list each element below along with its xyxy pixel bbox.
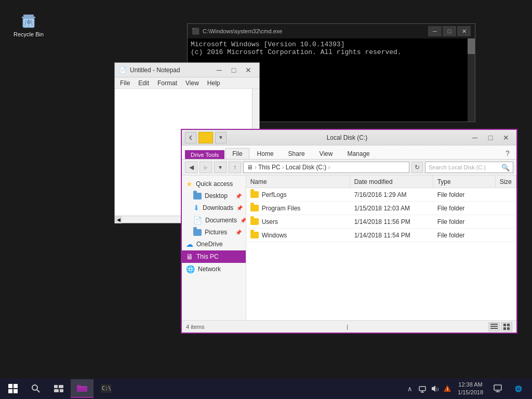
svg-rect-12 bbox=[503, 327, 506, 330]
task-view-button[interactable] bbox=[48, 379, 70, 398]
table-row[interactable]: Windows 1/14/2018 11:54 PM File folder bbox=[246, 229, 516, 242]
notepad-menu-help[interactable]: Help bbox=[205, 78, 222, 88]
column-size[interactable]: Size bbox=[496, 176, 516, 188]
tray-clock[interactable]: 12:38 AM 1/15/2018 bbox=[455, 381, 486, 397]
sidebar-item-pictures[interactable]: Pictures 📌 bbox=[182, 227, 246, 238]
svg-rect-11 bbox=[507, 324, 510, 326]
svg-point-14 bbox=[32, 385, 37, 390]
cmd-maximize-button[interactable]: □ bbox=[443, 26, 456, 36]
explorer-sidebar: ★ Quick access Desktop 📌 ⬇ Downloads 📌 📄… bbox=[182, 176, 246, 320]
sidebar-item-network[interactable]: 🌐 Network bbox=[182, 263, 246, 275]
sidebar-item-desktop[interactable]: Desktop 📌 bbox=[182, 190, 246, 202]
tray-network-icon[interactable] bbox=[417, 379, 428, 398]
tray-language-label: 🌐 bbox=[515, 385, 522, 392]
start-button[interactable] bbox=[2, 379, 24, 398]
tray-action-center-button[interactable] bbox=[488, 379, 507, 398]
addr-this-pc[interactable]: This PC bbox=[258, 164, 281, 171]
notepad-menubar: File Edit Format View Help bbox=[115, 77, 259, 89]
tiles-view-button[interactable] bbox=[501, 322, 512, 331]
windows-logo-icon bbox=[8, 384, 18, 393]
ribbon-help-button[interactable]: ? bbox=[502, 148, 513, 159]
notepad-hscroll-left-button[interactable]: ◀ bbox=[115, 216, 122, 223]
file-date-cell: 1/14/2018 11:56 PM bbox=[350, 215, 433, 228]
explorer-qs-arrow-btn[interactable]: ▼ bbox=[215, 132, 227, 143]
up-button[interactable]: ↑ bbox=[229, 162, 241, 173]
tray-show-hidden-button[interactable]: ∧ bbox=[405, 379, 415, 398]
explorer-window-title: Local Disk (C:) bbox=[227, 134, 468, 141]
cmd-line1: Microsoft Windows [Version 10.0.14393] bbox=[191, 41, 472, 48]
cmd-minimize-button[interactable]: ─ bbox=[428, 26, 442, 36]
pin-icon-pictures: 📌 bbox=[235, 230, 242, 235]
notepad-menu-format[interactable]: Format bbox=[155, 78, 179, 88]
notepad-maximize-button[interactable]: □ bbox=[227, 65, 241, 75]
cmd-icon: ⬛ bbox=[192, 28, 200, 35]
sidebar-item-onedrive[interactable]: ☁ OneDrive bbox=[182, 238, 246, 250]
explorer-ribbon: Drive Tools File Home Share View Manage … bbox=[182, 145, 516, 159]
desktop-icon-recycle-bin[interactable]: ♻ Recycle Bin bbox=[10, 10, 47, 37]
forward-button[interactable]: ▶ bbox=[200, 162, 212, 173]
ribbon-tab-manage[interactable]: Manage bbox=[340, 148, 376, 159]
action-center-icon bbox=[494, 384, 502, 393]
sidebar-item-downloads[interactable]: ⬇ Downloads 📌 bbox=[182, 202, 246, 214]
notepad-menu-file[interactable]: File bbox=[118, 78, 132, 88]
ribbon-tab-home[interactable]: Home bbox=[250, 148, 281, 159]
cmd-close-button[interactable]: ✕ bbox=[457, 26, 471, 36]
back-button[interactable]: ◀ bbox=[185, 162, 197, 173]
column-type[interactable]: Type bbox=[433, 176, 496, 188]
svg-rect-19 bbox=[60, 389, 63, 392]
notepad-titlebar: 📄 Untitled - Notepad ─ □ ✕ bbox=[115, 63, 259, 77]
taskbar-app-file-explorer[interactable] bbox=[71, 379, 94, 398]
refresh-button[interactable]: ↻ bbox=[411, 162, 423, 173]
tray-volume-icon[interactable]: )))) bbox=[430, 379, 440, 398]
table-row[interactable]: PerfLogs 7/16/2016 1:29 AM File folder bbox=[246, 188, 516, 202]
column-name[interactable]: Name bbox=[246, 176, 350, 188]
tray-security-warning-icon[interactable]: ! bbox=[442, 379, 453, 398]
cmd-titlebar: ⬛ C:\Windows\system32\cmd.exe ─ □ ✕ bbox=[188, 24, 475, 38]
explorer-maximize-button[interactable]: □ bbox=[483, 131, 498, 144]
search-icon[interactable]: 🔍 bbox=[501, 164, 510, 171]
task-view-icon bbox=[54, 385, 63, 392]
ribbon-tab-drive-tools[interactable]: Drive Tools bbox=[185, 150, 224, 159]
svg-rect-18 bbox=[54, 389, 59, 392]
taskbar-app-cmd[interactable]: C:\ bbox=[95, 379, 117, 398]
explorer-minimize-button[interactable]: ─ bbox=[468, 131, 482, 144]
documents-icon: 📄 bbox=[193, 216, 202, 224]
explorer-folder-icon bbox=[198, 132, 213, 143]
ribbon-tab-share[interactable]: Share bbox=[282, 148, 312, 159]
ribbon-tab-file[interactable]: File bbox=[225, 148, 249, 159]
explorer-close-button[interactable]: ✕ bbox=[499, 131, 513, 144]
notepad-titlebar-buttons: ─ □ ✕ bbox=[212, 65, 255, 75]
notepad-menu-view[interactable]: View bbox=[183, 78, 201, 88]
notepad-minimize-button[interactable]: ─ bbox=[212, 65, 226, 75]
ribbon-tab-view[interactable]: View bbox=[313, 148, 340, 159]
explorer-qs-btn[interactable] bbox=[185, 132, 196, 143]
sidebar-item-this-pc[interactable]: 🖥 This PC bbox=[182, 250, 246, 263]
address-bar[interactable]: 🖥 › This PC › Local Disk (C:) › bbox=[243, 162, 409, 173]
sidebar-item-quick-access-label: Quick access bbox=[196, 180, 233, 188]
file-name-cell: Users bbox=[246, 215, 350, 228]
sidebar-item-quick-access[interactable]: ★ Quick access bbox=[182, 178, 246, 190]
svg-rect-22 bbox=[419, 387, 425, 391]
notepad-menu-edit[interactable]: Edit bbox=[136, 78, 151, 88]
file-explorer-icon bbox=[76, 382, 88, 394]
search-bar[interactable]: Search Local Disk (C:) 🔍 bbox=[425, 162, 513, 173]
addr-local-disk[interactable]: Local Disk (C:) bbox=[286, 164, 327, 171]
svg-rect-7 bbox=[490, 324, 498, 325]
column-date[interactable]: Date modified bbox=[350, 176, 433, 188]
file-name-cell: PerfLogs bbox=[246, 188, 350, 201]
cmd-scrollbar[interactable] bbox=[468, 38, 475, 122]
cmd-icon: C:\ bbox=[100, 384, 112, 393]
svg-rect-13 bbox=[507, 327, 510, 330]
explorer-addressbar: ◀ ▶ ▾ ↑ 🖥 › This PC › Local Disk (C:) › … bbox=[182, 159, 516, 176]
notepad-close-button[interactable]: ✕ bbox=[242, 65, 255, 75]
svg-rect-17 bbox=[59, 385, 63, 388]
details-view-button[interactable] bbox=[488, 322, 500, 331]
table-row[interactable]: Users 1/14/2018 11:56 PM File folder bbox=[246, 215, 516, 229]
taskbar-search-button[interactable] bbox=[25, 379, 47, 398]
sidebar-item-documents[interactable]: 📄 Documents 📌 bbox=[182, 214, 246, 227]
network-icon: 🌐 bbox=[186, 265, 195, 273]
file-size-cell bbox=[496, 188, 516, 201]
table-row[interactable]: Program Files 1/15/2018 12:03 AM File fo… bbox=[246, 202, 516, 215]
recent-locations-button[interactable]: ▾ bbox=[214, 162, 227, 173]
tray-language-button[interactable]: 🌐 bbox=[509, 379, 528, 398]
